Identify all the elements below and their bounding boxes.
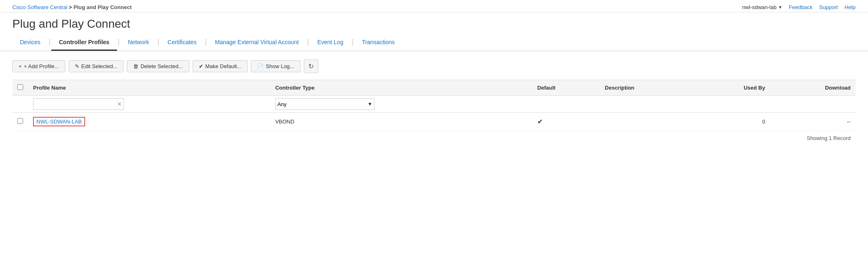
breadcrumb-current: Plug and Play Connect bbox=[74, 4, 132, 10]
header-profile-name: Profile Name bbox=[28, 80, 270, 96]
tab-divider-4: | bbox=[205, 38, 207, 48]
row-download-cell: -- bbox=[770, 113, 856, 131]
header-used-by: Used By bbox=[695, 80, 770, 96]
tab-transactions[interactable]: Transactions bbox=[354, 35, 402, 51]
edit-selected-button[interactable]: ✎ Edit Selected... bbox=[69, 60, 124, 72]
filter-description-col bbox=[600, 96, 694, 113]
header-default: Default bbox=[532, 80, 600, 96]
filter-profile-name-cell: ✕ bbox=[28, 96, 270, 113]
tab-certificates[interactable]: Certificates bbox=[160, 35, 204, 51]
edit-icon: ✎ bbox=[75, 63, 79, 69]
row-checkbox-cell bbox=[12, 113, 28, 131]
filter-controller-type-select[interactable]: Any VBOND VMANAGE VSMART bbox=[277, 101, 367, 107]
tab-divider-2: | bbox=[118, 38, 120, 48]
filter-default-col bbox=[532, 96, 600, 113]
main-content: + + Add Profile... ✎ Edit Selected... 🗑 … bbox=[0, 51, 868, 154]
filter-profile-name-input[interactable] bbox=[35, 101, 117, 107]
tab-network[interactable]: Network bbox=[120, 35, 156, 51]
show-log-label: Show Log... bbox=[266, 63, 294, 69]
row-description-cell bbox=[600, 113, 694, 131]
add-profile-label: + Add Profile... bbox=[24, 63, 59, 69]
tab-event-log[interactable]: Event Log bbox=[310, 35, 351, 51]
row-download: -- bbox=[847, 119, 851, 125]
table-header-row: Profile Name Controller Type Default Des… bbox=[12, 80, 856, 96]
filter-download-col bbox=[770, 96, 856, 113]
tab-divider-1: | bbox=[49, 38, 51, 48]
header-checkbox-col bbox=[12, 80, 28, 96]
refresh-icon: ↻ bbox=[308, 63, 314, 70]
edit-selected-label: Edit Selected... bbox=[81, 63, 117, 69]
row-checkbox[interactable] bbox=[17, 118, 23, 124]
row-default-cell: ✔ bbox=[532, 113, 600, 131]
row-used-by: 0 bbox=[762, 119, 765, 125]
filter-profile-name-wrap: ✕ bbox=[33, 98, 124, 110]
table-row: NWL-SDWAN-LAB VBOND ✔ 0 -- bbox=[12, 113, 856, 131]
check-icon: ✔ bbox=[199, 63, 203, 69]
tab-divider-6: | bbox=[352, 38, 354, 48]
tab-divider-5: | bbox=[307, 38, 309, 48]
top-right-nav: nwl-sdwan-lab ▼ Feedback Support Help bbox=[742, 4, 856, 10]
delete-selected-button[interactable]: 🗑 Delete Selected... bbox=[127, 60, 189, 72]
filter-controller-type-cell: Any VBOND VMANAGE VSMART ▼ bbox=[270, 96, 532, 113]
profile-name-link[interactable]: NWL-SDWAN-LAB bbox=[33, 117, 85, 126]
delete-icon: 🗑 bbox=[133, 63, 138, 69]
header-description: Description bbox=[600, 80, 694, 96]
filter-controller-type-wrap[interactable]: Any VBOND VMANAGE VSMART ▼ bbox=[275, 98, 374, 110]
make-default-label: Make Default... bbox=[205, 63, 241, 69]
record-count: Showing 1 Record bbox=[807, 135, 851, 141]
profiles-table: Profile Name Controller Type Default Des… bbox=[12, 80, 856, 131]
header-download: Download bbox=[770, 80, 856, 96]
help-link[interactable]: Help bbox=[844, 4, 856, 10]
support-link[interactable]: Support bbox=[819, 4, 838, 10]
breadcrumb-separator: > bbox=[69, 4, 74, 10]
breadcrumb: Cisco Software Central > Plug and Play C… bbox=[12, 4, 132, 10]
row-controller-type: VBOND bbox=[275, 119, 294, 125]
header-controller-type: Controller Type bbox=[270, 80, 532, 96]
page-title-area: Plug and Play Connect bbox=[0, 12, 868, 35]
tab-devices[interactable]: Devices bbox=[12, 35, 48, 51]
account-name: nwl-sdwan-lab bbox=[742, 4, 777, 10]
filter-used-by-col bbox=[695, 96, 770, 113]
filter-row: ✕ Any VBOND VMANAGE VSMART ▼ bbox=[12, 96, 856, 113]
delete-selected-label: Delete Selected... bbox=[141, 63, 183, 69]
add-profile-button[interactable]: + + Add Profile... bbox=[12, 60, 65, 72]
account-selector[interactable]: nwl-sdwan-lab ▼ bbox=[742, 4, 782, 10]
account-chevron-icon: ▼ bbox=[778, 5, 782, 9]
add-icon: + bbox=[19, 63, 22, 69]
row-used-by-cell: 0 bbox=[695, 113, 770, 131]
tab-divider-3: | bbox=[157, 38, 160, 48]
show-log-button[interactable]: 📄 Show Log... bbox=[251, 60, 300, 72]
log-icon: 📄 bbox=[257, 63, 264, 69]
default-checkmark-icon: ✔ bbox=[537, 118, 543, 125]
table-container: Profile Name Controller Type Default Des… bbox=[12, 80, 856, 145]
toolbar: + + Add Profile... ✎ Edit Selected... 🗑 … bbox=[12, 59, 856, 73]
table-footer: Showing 1 Record bbox=[12, 131, 856, 145]
select-chevron-icon: ▼ bbox=[367, 101, 372, 107]
filter-clear-icon[interactable]: ✕ bbox=[117, 101, 122, 107]
make-default-button[interactable]: ✔ Make Default... bbox=[193, 60, 248, 72]
feedback-link[interactable]: Feedback bbox=[789, 4, 813, 10]
row-controller-type-cell: VBOND bbox=[270, 113, 532, 131]
page-title: Plug and Play Connect bbox=[12, 17, 856, 31]
refresh-button[interactable]: ↻ bbox=[304, 59, 318, 73]
nav-tabs: Devices | Controller Profiles | Network … bbox=[0, 35, 868, 51]
tab-controller-profiles[interactable]: Controller Profiles bbox=[51, 35, 117, 51]
select-all-checkbox[interactable] bbox=[17, 84, 23, 90]
filter-checkbox-col bbox=[12, 96, 28, 113]
breadcrumb-link[interactable]: Cisco Software Central bbox=[12, 4, 67, 10]
row-profile-name-cell: NWL-SDWAN-LAB bbox=[28, 113, 270, 131]
tab-manage-external[interactable]: Manage External Virtual Account bbox=[207, 35, 306, 51]
top-bar: Cisco Software Central > Plug and Play C… bbox=[0, 0, 868, 12]
